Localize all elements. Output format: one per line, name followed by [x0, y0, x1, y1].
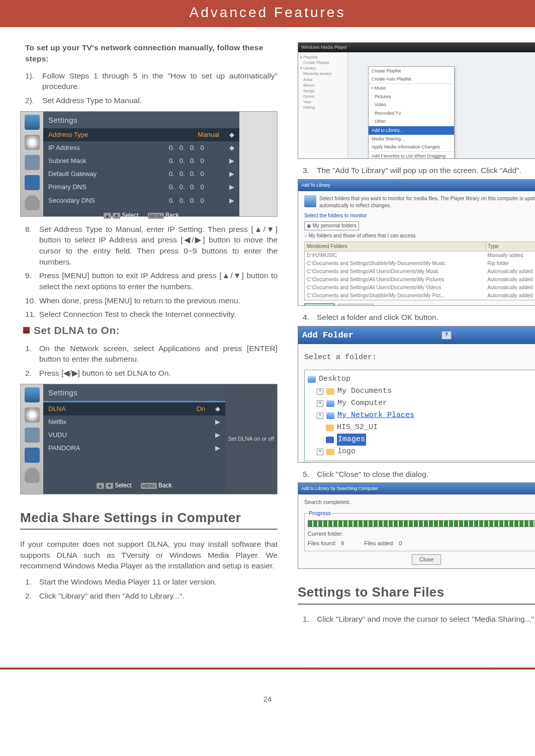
- settings-footer: ▲▼Select MENUBack: [43, 477, 225, 494]
- dlna-value: On: [197, 404, 205, 413]
- picture-icon: [25, 115, 40, 130]
- sound-icon: [25, 407, 40, 423]
- after-steps-list: 8.Set Address Type to Manual, enter IP S…: [20, 224, 278, 320]
- progress-label: Progress: [308, 510, 332, 517]
- dialog-title: Add to Library by Searching Computer: [301, 485, 378, 492]
- left-column: To set up your TV's network connection m…: [20, 42, 278, 627]
- lock-icon: [25, 195, 40, 210]
- desktop-icon: [308, 376, 316, 383]
- folder-icon: [326, 449, 334, 455]
- group-label: Select the folders to monitor: [304, 212, 535, 219]
- subnet-label: Subnet Mask: [48, 156, 169, 165]
- step5-list: 5.Click "Close" to close the dialog.: [298, 469, 535, 480]
- close-button[interactable]: Close: [412, 554, 441, 565]
- page-header: Advanced Features: [0, 0, 535, 26]
- channel-icon: [25, 428, 40, 443]
- media-share-body: If your computer does not support DLNA, …: [20, 539, 278, 571]
- step-text: Select Connection Test to check the Inte…: [39, 309, 236, 320]
- folder-icon: [326, 388, 334, 395]
- secondary-dns-label: Secondary DNS: [48, 196, 169, 205]
- dlna-heading: Set DLNA to On:: [23, 323, 278, 338]
- step-text: Set Address Type to Manual, enter IP Set…: [39, 224, 278, 268]
- step-text: When done, press [MENU] to return to the…: [39, 295, 240, 306]
- dlna-heading-text: Set DLNA to On:: [34, 323, 120, 338]
- help-icon[interactable]: ?: [441, 331, 452, 340]
- step-text: Click "Close" to close the dialog.: [317, 469, 428, 480]
- step-text: Set Address Type to Manual.: [42, 95, 142, 106]
- folder-icon: [326, 437, 334, 443]
- step-text: Press [MENU] button to exit IP Address a…: [39, 270, 278, 292]
- step4-list: 4.Select a folder and click OK button.: [298, 312, 535, 323]
- step-number: 10.: [25, 295, 36, 306]
- settings-title: Settings: [43, 384, 225, 401]
- address-type-label: Address Type: [48, 130, 198, 139]
- manual-setup-intro: To set up your TV's network connection m…: [25, 42, 278, 64]
- vudu-label: VUDU: [48, 431, 215, 440]
- wmp-title: Windows Media Player: [301, 44, 347, 51]
- settings-footer: ▲▼Select MENUBack: [43, 207, 239, 224]
- step-number: 1).: [25, 70, 39, 92]
- step3-list: 3.The "Add To Library" will pop up on th…: [298, 165, 535, 176]
- page-number: 24: [0, 674, 535, 704]
- lock-icon: [25, 468, 40, 483]
- network-icon: [326, 412, 334, 419]
- add-button[interactable]: Add...: [304, 303, 335, 306]
- network-icon: [25, 175, 40, 190]
- primary-dns-label: Primary DNS: [48, 183, 169, 192]
- footer-rule: [0, 667, 535, 669]
- computer-icon: [326, 400, 334, 407]
- right-column: Windows Media Player — ▢ ✕ ▸ PlaylistsCr…: [298, 42, 535, 627]
- progress-bar: [308, 520, 535, 527]
- tv-settings-screenshot-1: Settings Address TypeManual◆ IP Address0…: [20, 111, 278, 217]
- step-number: 8.: [25, 224, 36, 268]
- media-share-heading: Media Share Settings in Computer: [20, 509, 278, 530]
- step-text: Press [◀/▶] button to set DLNA to On.: [39, 368, 171, 379]
- settings-tip: Set DLNA on or off: [225, 384, 277, 494]
- gateway-label: Default Gateway: [48, 170, 169, 179]
- ip-address-label: IP Address: [48, 143, 169, 152]
- step-number: 11.: [25, 309, 36, 320]
- pre-steps-list: 1).Follow Steps 1 through 5 in the "How …: [20, 70, 278, 106]
- sound-icon: [25, 135, 40, 150]
- add-folder-dialog: Add Folder ? ✕ Select a folder: Desktop …: [298, 326, 535, 463]
- add-to-library-dialog: Add To Library✕ Select folders that you …: [298, 179, 535, 306]
- step-number: 3.: [303, 165, 314, 176]
- share-files-heading: Settings to Share Files: [298, 583, 535, 604]
- channel-icon: [25, 155, 40, 170]
- step-number: 2.: [25, 591, 36, 602]
- step-number: 1.: [303, 614, 314, 625]
- step-number: 2.: [25, 368, 36, 379]
- netflix-label: Netflix: [48, 417, 215, 427]
- folder-tree[interactable]: Desktop +My Documents +My Computer +My N…: [304, 370, 535, 461]
- step-number: 5.: [303, 469, 314, 480]
- media-steps-list: 1.Start the Windows Media Player 11 or l…: [20, 576, 278, 601]
- tv-settings-screenshot-2: Settings DLNAOn◆ Netflix▶ VUDU▶ PANDORA▶…: [20, 384, 278, 494]
- dialog-desc: Select folders that you want to monitor …: [319, 195, 535, 209]
- current-folder-label: Current folder:: [308, 530, 535, 538]
- step-text: Click "Library" and move the cursor to s…: [317, 614, 534, 625]
- step-number: 1.: [25, 576, 36, 587]
- radio-personal[interactable]: My personal folders: [304, 221, 359, 230]
- remove-button[interactable]: Remove: [338, 304, 374, 306]
- folder-icon: [326, 425, 334, 431]
- dlna-steps-list: 1.On the Network screen, select Applicat…: [20, 343, 278, 379]
- address-type-value: Manual: [198, 130, 219, 139]
- picture-icon: [25, 387, 40, 402]
- settings-title: Settings: [43, 112, 239, 128]
- status-text: Search completed.: [304, 498, 535, 506]
- dlna-label: DLNA: [48, 404, 197, 413]
- step-text: The "Add To Library" will pop up on the …: [317, 165, 521, 176]
- step-number: 9.: [25, 270, 36, 292]
- monitored-folders-table: Monitored FoldersType D:\HJ\MUSICManuall…: [304, 241, 535, 300]
- dialog-title: Add Folder: [302, 329, 353, 342]
- step-number: 1.: [25, 343, 36, 365]
- network-icon: [25, 448, 40, 463]
- prompt-label: Select a folder:: [304, 352, 535, 363]
- step-text: Start the Windows Media Player 11 or lat…: [39, 576, 217, 587]
- bullet-icon: [23, 327, 30, 333]
- step-text: Select a folder and click OK button.: [317, 312, 438, 323]
- radio-others[interactable]: My folders and those of others that I ca…: [304, 232, 535, 239]
- wmp-screenshot: Windows Media Player — ▢ ✕ ▸ PlaylistsCr…: [298, 42, 535, 159]
- search-complete-dialog: Add to Library by Searching Computer✕ Se…: [298, 482, 535, 569]
- library-icon: [304, 195, 316, 207]
